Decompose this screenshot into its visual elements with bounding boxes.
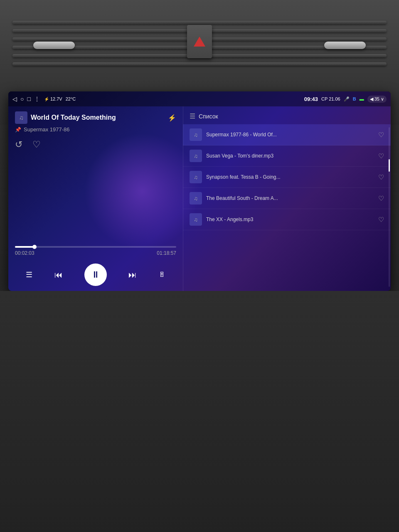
- prev-track-button[interactable]: ⏮: [54, 270, 63, 280]
- playlist-item-title: The Beautiful South - Dream A...: [206, 195, 374, 201]
- mic-icon: 🎤: [344, 96, 350, 102]
- menu-nav-icon[interactable]: ⋮: [34, 96, 40, 102]
- playlist-title: Список: [199, 113, 218, 120]
- progress-section: 00:02:03 01:18:57: [15, 246, 176, 256]
- music-note-icon: ♫: [19, 114, 24, 121]
- back-nav-icon[interactable]: ◁: [12, 96, 17, 102]
- playback-controls: ☰ ⏮ ⏸ ⏭ 🎚: [15, 264, 176, 286]
- screen-display: ◁ ○ □ ⋮ ⚡ 12.7V 22°C 09:43 CP 21.06 🎤: [8, 91, 391, 291]
- playlist-item-title: Supermax 1977-86 - World Of...: [206, 132, 374, 138]
- temperature-display: 22°C: [66, 96, 76, 101]
- repeat-button[interactable]: ↺: [15, 139, 22, 150]
- bluetooth-icon: ⚡: [168, 114, 176, 122]
- playlist-item[interactable]: ♫ The XX - Angels.mp3 ♡: [183, 209, 391, 230]
- favorite-button[interactable]: ♡: [32, 139, 41, 150]
- battery-icon: ▬: [360, 96, 364, 101]
- status-bar: ◁ ○ □ ⋮ ⚡ 12.7V 22°C 09:43 CP 21.06 🎤: [8, 91, 391, 106]
- recent-nav-icon[interactable]: □: [27, 96, 30, 102]
- playlist-item-favorite[interactable]: ♡: [378, 152, 384, 160]
- playlist-item[interactable]: ♫ Susan Vega - Tom's diner.mp3 ♡: [183, 145, 391, 167]
- scrollbar-thumb: [389, 159, 390, 172]
- playlist-item-icon: ♫: [190, 171, 202, 183]
- hvac-controls-area: ✦ ⏻ ☷ ↺: [0, 291, 399, 532]
- vent-slat: [12, 21, 387, 24]
- status-center-info: ⚡ 12.7V 22°C: [44, 96, 76, 101]
- playlist-scrollbar: [389, 127, 390, 287]
- playlist-item-icon: ♫: [190, 192, 202, 204]
- next-track-button[interactable]: ⏭: [128, 270, 137, 280]
- playlist-item-favorite[interactable]: ♡: [378, 173, 384, 181]
- playlist-panel: ☰ Список ♫ Supermax 1977-86 - World Of..…: [183, 106, 391, 291]
- progress-fill: [15, 246, 34, 248]
- pin-icon: 📌: [15, 127, 21, 133]
- player-panel: ♫ World Of Today Something ⚡ 📌 Supermax …: [8, 106, 183, 291]
- hazard-button[interactable]: [187, 25, 212, 58]
- playlist-item-favorite[interactable]: ♡: [378, 195, 384, 202]
- track-header: ♫ World Of Today Something ⚡: [15, 111, 176, 124]
- clock-display: 09:43: [304, 96, 318, 102]
- voltage-display: ⚡ 12.7V: [44, 96, 62, 101]
- track-artist: 📌 Supermax 1977-86: [15, 126, 176, 133]
- playlist-item[interactable]: ♫ The Beautiful South - Dream A... ♡: [183, 188, 391, 209]
- playlist-item-icon: ♫: [190, 213, 202, 226]
- bluetooth-status-icon: B: [353, 96, 356, 101]
- playlist-button[interactable]: ☰: [26, 270, 32, 279]
- vent-slat: [12, 62, 387, 66]
- vent-handle-left[interactable]: [33, 42, 75, 49]
- hazard-triangle-icon: [194, 37, 205, 47]
- playlist-item-favorite[interactable]: ♡: [378, 131, 384, 139]
- equalizer-button[interactable]: 🎚: [159, 271, 165, 278]
- current-time: 00:02:03: [15, 250, 34, 256]
- playlist-item[interactable]: ♫ Synapson feat. Tessa B - Going... ♡: [183, 167, 391, 188]
- playlist-item-favorite[interactable]: ♡: [378, 216, 384, 224]
- playlist-item-title: Synapson feat. Tessa B - Going...: [206, 174, 374, 180]
- player-top-controls: ↺ ♡: [15, 139, 176, 150]
- playlist-item-icon: ♫: [190, 150, 202, 162]
- home-nav-icon[interactable]: ○: [20, 96, 24, 102]
- playlist-header: ☰ Список: [183, 110, 391, 124]
- progress-bar[interactable]: [15, 246, 176, 248]
- total-time: 01:18:57: [157, 250, 176, 256]
- volume-display[interactable]: ◀ 35 ∨: [367, 96, 387, 103]
- pause-icon: ⏸: [91, 269, 100, 280]
- playlist-item-title: The XX - Angels.mp3: [206, 217, 374, 222]
- nav-icons: ◁ ○ □ ⋮: [12, 96, 40, 102]
- album-art: ♫: [15, 111, 27, 124]
- infotainment-screen[interactable]: ◁ ○ □ ⋮ ⚡ 12.7V 22°C 09:43 CP 21.06 🎤: [8, 91, 391, 291]
- progress-times: 00:02:03 01:18:57: [15, 250, 176, 256]
- playlist-header-icon: ☰: [190, 112, 195, 120]
- car-interior: ◁ ○ □ ⋮ ⚡ 12.7V 22°C 09:43 CP 21.06 🎤: [0, 0, 399, 532]
- playlist-item[interactable]: ♫ Supermax 1977-86 - World Of... ♡: [183, 124, 391, 145]
- date-display: CP 21.06: [321, 96, 340, 101]
- track-title: World Of Today Something: [31, 114, 165, 121]
- playlist-item-title: Susan Vega - Tom's diner.mp3: [206, 153, 374, 159]
- play-pause-button[interactable]: ⏸: [84, 264, 107, 286]
- playlist-item-icon: ♫: [190, 128, 202, 141]
- status-right-info: 09:43 CP 21.06 🎤 B ▬ ◀ 35 ∨: [304, 96, 387, 103]
- vent-handle-right[interactable]: [324, 42, 366, 49]
